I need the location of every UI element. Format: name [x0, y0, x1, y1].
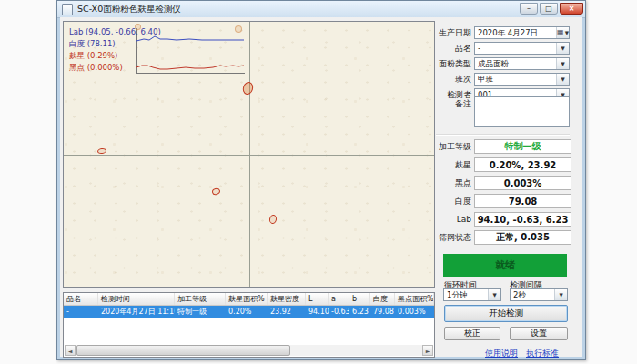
chevron-down-icon: ▼	[565, 27, 569, 38]
cycle-time-value: 1分钟	[447, 290, 467, 299]
bran-speck-marker	[97, 147, 107, 154]
flour-speck-dot	[135, 24, 141, 30]
chevron-down-icon: ▼	[492, 289, 496, 300]
flour-type-label: 面粉类型	[433, 58, 471, 70]
result-row-grade: 加工等级 特制一级	[433, 139, 571, 154]
chevron-down-icon: ▼	[559, 289, 562, 300]
flour-type-value: 成品面粉	[478, 59, 509, 68]
overlay-bran: 麸星 (0.29%)	[69, 50, 161, 62]
remarks-field[interactable]	[474, 96, 570, 127]
close-button[interactable]: ×	[560, 3, 583, 15]
overlay-whiteness: 白度 (78.11)	[69, 38, 161, 50]
result-row-bran: 麸星 0.20%, 23.92	[433, 157, 571, 172]
form-row-production-date: 生产日期 2020年 4月27日 ▦▼	[433, 26, 570, 39]
horizontal-scrollbar[interactable]: ◄ ►	[65, 345, 433, 356]
production-date-value: 2020年 4月27日	[478, 28, 538, 37]
result-row-whiteness: 白度 79.08	[433, 194, 571, 208]
col-header: 黑点面积%	[395, 293, 434, 305]
shift-select[interactable]: 甲班 ▼	[474, 73, 570, 86]
blackspot-value: 0.003%	[474, 176, 571, 190]
interval-value: 2秒	[513, 290, 526, 299]
start-detection-button[interactable]: 开始检测	[444, 305, 568, 322]
bran-speck-marker	[211, 187, 221, 196]
cell-product: -	[64, 306, 98, 318]
maximize-button[interactable]: □	[540, 3, 558, 15]
sieve-status-label: 筛网状态	[433, 232, 471, 244]
sample-image-view: Lab (94.05, -0.66, 6.40) 白度 (78.11) 麸星 (…	[63, 21, 435, 288]
window-title: SC-X0面粉粉色麸星检测仪	[77, 4, 181, 15]
bran-speck-marker	[268, 214, 278, 224]
chevron-down-icon: ▼	[561, 58, 564, 69]
cell-bran-area: 0.20%	[226, 306, 268, 318]
cycle-time-select[interactable]: 1分钟 ▼	[443, 288, 501, 301]
col-header: L	[306, 293, 329, 305]
production-date-label: 生产日期	[433, 27, 471, 39]
cell-a: -0.63	[329, 306, 349, 318]
cell-black-area: 0.003%	[395, 306, 434, 318]
remarks-label: 备注	[433, 96, 471, 110]
footer-links: 使用说明 执行标准	[443, 348, 559, 359]
manual-link[interactable]: 使用说明	[485, 348, 518, 359]
col-header: 麸星面积%	[226, 293, 268, 305]
cell-whiteness: 79.08	[370, 306, 395, 318]
divider	[436, 134, 570, 136]
minimize-button[interactable]: –	[520, 3, 538, 15]
minimize-icon: –	[527, 5, 531, 13]
settings-button[interactable]: 设置	[510, 327, 568, 340]
result-row-lab: Lab 94.10, -0.63, 6.23	[433, 212, 571, 227]
maximize-icon: □	[545, 5, 552, 13]
chevron-down-icon: ▼	[561, 43, 564, 54]
col-header: b	[349, 293, 370, 305]
grade-label: 加工等级	[433, 141, 471, 153]
whiteness-label: 白度	[433, 196, 471, 207]
flour-speck-dot	[235, 25, 242, 33]
product-name-select[interactable]: - ▼	[474, 42, 570, 55]
overlay-blackspot: 黑点 (0.000%)	[69, 62, 161, 74]
cell-time: 2020年4月27日 11:10	[98, 306, 175, 318]
calendar-icon: ▦	[557, 27, 564, 38]
calibrate-button[interactable]: 校正	[444, 327, 500, 340]
col-header: a	[329, 293, 349, 305]
col-header: 白度	[370, 293, 395, 305]
scrollbar-thumb[interactable]	[76, 345, 290, 356]
interval-select[interactable]: 2秒 ▼	[510, 288, 568, 301]
cell-bran-density: 23.92	[268, 306, 306, 318]
form-row-remarks: 备注	[433, 96, 570, 127]
product-name-value: -	[478, 44, 480, 53]
form-row-flour-type: 面粉类型 成品面粉 ▼	[433, 57, 570, 70]
production-date-field[interactable]: 2020年 4月27日 ▦▼	[474, 26, 570, 39]
grade-value: 特制一级	[474, 139, 571, 154]
bran-speck-marker	[241, 81, 255, 96]
table-row-selected[interactable]: - 2020年4月27日 11:10 特制一级 0.20% 23.92 94.1…	[64, 306, 434, 318]
form-row-product-name: 品名 - ▼	[433, 42, 570, 55]
cell-grade: 特制一级	[175, 306, 226, 318]
lab-label: Lab	[433, 215, 471, 224]
lab-value: 94.10, -0.63, 6.23	[474, 212, 571, 227]
col-header: 品名	[64, 293, 98, 305]
result-row-blackspot: 黑点 0.003%	[433, 176, 571, 190]
bran-label: 麸星	[433, 159, 471, 171]
history-table: 品名 检测时间 加工等级 麸星面积% 麸星密度 L a b 白度 黑点面积% -…	[63, 292, 435, 358]
sieve-status-value: 正常, 0.035	[474, 230, 571, 245]
table-header-row: 品名 检测时间 加工等级 麸星面积% 麸星密度 L a b 白度 黑点面积%	[64, 293, 434, 306]
scroll-left-icon[interactable]: ◄	[65, 345, 76, 356]
shift-value: 甲班	[478, 75, 493, 84]
col-header: 麸星密度	[268, 293, 306, 305]
flour-type-select[interactable]: 成品面粉 ▼	[474, 57, 570, 70]
standard-link[interactable]: 执行标准	[526, 348, 559, 359]
shift-label: 班次	[433, 74, 471, 86]
title-bar: SC-X0面粉粉色麸星检测仪 – □ ×	[57, 1, 585, 18]
form-row-shift: 班次 甲班 ▼	[433, 73, 570, 86]
scroll-right-icon[interactable]: ►	[422, 345, 433, 356]
chevron-down-icon: ▼	[561, 74, 564, 85]
product-name-label: 品名	[433, 43, 471, 55]
measurement-overlay: Lab (94.05, -0.66, 6.40) 白度 (78.11) 麸星 (…	[69, 26, 161, 74]
col-header: 检测时间	[98, 293, 175, 305]
window-content: Lab (94.05, -0.66, 6.40) 白度 (78.11) 麸星 (…	[60, 17, 582, 357]
whiteness-value: 79.08	[474, 194, 571, 208]
status-banner: 就绪	[443, 254, 567, 277]
cell-b: 6.23	[349, 306, 370, 318]
col-header: 加工等级	[175, 293, 226, 305]
crosshair-horizontal	[64, 155, 434, 156]
app-icon	[62, 4, 73, 15]
